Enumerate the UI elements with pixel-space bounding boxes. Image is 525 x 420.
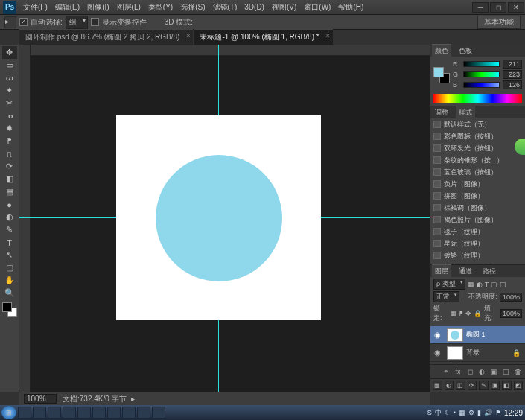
filter-shape-icon[interactable]: ▢ bbox=[491, 281, 497, 288]
taskbar-item[interactable] bbox=[77, 407, 91, 419]
color-swatch[interactable] bbox=[2, 302, 17, 317]
taskbar-item[interactable] bbox=[92, 407, 106, 419]
filter-pixel-icon[interactable]: ▦ bbox=[468, 281, 474, 288]
new-layer-icon[interactable]: ◫ bbox=[501, 368, 510, 375]
new-adjustment-icon[interactable]: ◐ bbox=[477, 368, 486, 375]
taskbar-item[interactable] bbox=[48, 407, 61, 419]
healing-brush-tool-icon[interactable]: ✹ bbox=[2, 122, 17, 135]
menu-3d[interactable]: 3D(D) bbox=[241, 3, 268, 11]
r-value[interactable]: 211 bbox=[503, 60, 522, 69]
taskbar-item[interactable] bbox=[33, 407, 46, 419]
taskbar-clock[interactable]: 12:29 bbox=[503, 409, 524, 417]
panel-mini-icon[interactable]: ⟳ bbox=[468, 381, 477, 390]
zoom-tool-icon[interactable]: 🔍 bbox=[2, 287, 17, 299]
spectrum-picker[interactable] bbox=[433, 94, 522, 103]
panel-mini-icon[interactable]: ✎ bbox=[479, 381, 489, 390]
menu-window[interactable]: 窗口(W) bbox=[300, 2, 334, 13]
tab-styles[interactable]: 样式 bbox=[456, 106, 475, 119]
lock-pixels-icon[interactable]: ᖰ bbox=[459, 310, 463, 318]
layer-kind-filter[interactable]: ρ 类型 bbox=[433, 279, 465, 290]
layer-thumbnail-icon[interactable] bbox=[447, 328, 463, 342]
link-layers-icon[interactable]: ⚭ bbox=[442, 368, 451, 375]
lock-transparent-icon[interactable]: ▦ bbox=[451, 310, 457, 317]
menu-type[interactable]: 类型(Y) bbox=[144, 2, 176, 13]
filter-smart-icon[interactable]: ◫ bbox=[500, 281, 506, 288]
show-transform-checkbox[interactable] bbox=[91, 18, 99, 26]
magic-wand-tool-icon[interactable]: ✦ bbox=[2, 84, 17, 97]
style-item[interactable]: 拼图（图像） bbox=[430, 190, 525, 202]
visibility-eye-icon[interactable]: ◉ bbox=[430, 349, 444, 357]
tab-channels[interactable]: 通道 bbox=[456, 265, 475, 278]
move-tool-icon[interactable]: ✥ bbox=[2, 46, 17, 59]
window-restore-button[interactable]: ◻ bbox=[490, 2, 506, 13]
style-item[interactable]: 镀铬（纹理） bbox=[430, 249, 525, 261]
tray-volume-icon[interactable]: 🔊 bbox=[483, 409, 493, 416]
style-item[interactable]: 彩色图标（按钮） bbox=[430, 130, 525, 142]
tray-flag-icon[interactable]: ⚑ bbox=[494, 409, 502, 416]
canvas-area[interactable] bbox=[19, 45, 430, 392]
doc-info-arrow-icon[interactable]: ▸ bbox=[131, 395, 135, 403]
eyedropper-tool-icon[interactable]: ᓀ bbox=[2, 109, 17, 122]
layer-style-icon[interactable]: fx bbox=[454, 368, 462, 375]
horizontal-ruler[interactable] bbox=[31, 45, 430, 56]
style-item[interactable]: 棕褐调（图像） bbox=[430, 202, 525, 214]
menu-view[interactable]: 视图(V) bbox=[268, 2, 300, 13]
g-slider[interactable] bbox=[463, 71, 500, 77]
menu-filter[interactable]: 滤镜(T) bbox=[209, 2, 241, 13]
g-value[interactable]: 223 bbox=[503, 70, 522, 79]
r-slider[interactable] bbox=[463, 61, 500, 67]
eraser-tool-icon[interactable]: ◧ bbox=[2, 173, 17, 185]
taskbar-item[interactable] bbox=[63, 407, 76, 419]
style-item[interactable]: 负片（图像） bbox=[430, 178, 525, 190]
type-tool-icon[interactable]: T bbox=[2, 236, 17, 249]
menu-select[interactable]: 选择(S) bbox=[176, 2, 209, 13]
tab-color[interactable]: 颜色 bbox=[432, 44, 451, 57]
taskbar-item[interactable] bbox=[122, 407, 136, 419]
dodge-tool-icon[interactable]: ◐ bbox=[2, 211, 17, 223]
delete-layer-icon[interactable]: 🗑 bbox=[513, 368, 522, 375]
visibility-eye-icon[interactable]: ◉ bbox=[430, 331, 444, 339]
style-item[interactable]: 褐色照片（图像） bbox=[430, 214, 525, 226]
pen-tool-icon[interactable]: ✎ bbox=[2, 223, 17, 236]
lock-position-icon[interactable]: ✥ bbox=[465, 310, 471, 317]
b-value[interactable]: 126 bbox=[503, 80, 522, 89]
window-close-button[interactable]: ✕ bbox=[508, 2, 524, 13]
style-item[interactable]: 蓝色玻璃（按钮） bbox=[430, 166, 525, 178]
brush-tool-icon[interactable]: ᖰ bbox=[2, 135, 17, 147]
panel-mini-icon[interactable]: ▣ bbox=[491, 381, 500, 390]
hand-tool-icon[interactable]: ✋ bbox=[2, 274, 17, 287]
tab-layers[interactable]: 图层 bbox=[432, 264, 451, 278]
shape-tool-icon[interactable]: ▢ bbox=[2, 261, 17, 274]
taskbar-item[interactable] bbox=[18, 407, 31, 419]
system-tray[interactable]: S 中 ☾ • ▦ ⚙ ▮ 🔊 ⚑ 12:29 bbox=[427, 408, 524, 418]
tray-icon[interactable]: ⚙ bbox=[468, 409, 475, 416]
tab-adjustments[interactable]: 调整 bbox=[432, 106, 451, 119]
lasso-tool-icon[interactable]: ᔕ bbox=[2, 71, 17, 84]
ellipse-shape[interactable] bbox=[156, 155, 282, 281]
style-item[interactable]: 条纹的锥形（按...） bbox=[430, 154, 525, 166]
b-slider[interactable] bbox=[463, 82, 500, 88]
taskbar-item[interactable] bbox=[152, 407, 165, 419]
blur-tool-icon[interactable]: ● bbox=[2, 198, 17, 211]
tray-icon[interactable]: • bbox=[453, 409, 456, 416]
layer-name[interactable]: 椭圆 1 bbox=[466, 330, 486, 340]
tray-network-icon[interactable]: ▮ bbox=[477, 409, 482, 416]
auto-select-dropdown[interactable]: 组 bbox=[66, 16, 88, 29]
history-brush-tool-icon[interactable]: ⟳ bbox=[2, 160, 17, 173]
tab-paths[interactable]: 路径 bbox=[480, 265, 499, 278]
menu-edit[interactable]: 编辑(E) bbox=[51, 2, 83, 13]
tab-swatches[interactable]: 色板 bbox=[456, 45, 475, 57]
panel-color-swatch[interactable] bbox=[433, 67, 450, 83]
menu-layer[interactable]: 图层(L) bbox=[113, 2, 144, 13]
workspace-switcher-button[interactable]: 基本功能 bbox=[477, 16, 521, 29]
gradient-tool-icon[interactable]: ▤ bbox=[2, 185, 17, 198]
zoom-field[interactable]: 100% bbox=[24, 394, 57, 404]
layer-row[interactable]: ◉椭圆 1 bbox=[430, 326, 525, 344]
style-item[interactable]: 星际（纹理） bbox=[430, 238, 525, 249]
taskbar-item[interactable] bbox=[107, 407, 121, 419]
marquee-tool-icon[interactable]: ▭ bbox=[2, 59, 17, 71]
document-tab[interactable]: 圆环制作.psd @ 86.7% (椭圆 2 拷贝 2, RGB/8) bbox=[19, 29, 193, 45]
vertical-ruler[interactable] bbox=[19, 45, 31, 392]
document-tab[interactable]: 未标题-1 @ 100% (椭圆 1, RGB/8) * bbox=[194, 29, 332, 45]
style-item[interactable]: 毯子（纹理） bbox=[430, 226, 525, 238]
